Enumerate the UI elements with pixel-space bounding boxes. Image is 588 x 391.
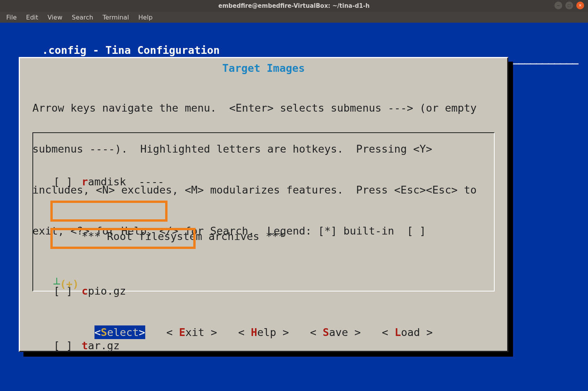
- window-controls: – □ ×: [554, 2, 584, 9]
- more-below-indicator: ┴(+): [53, 277, 79, 291]
- help-line: Arrow keys navigate the menu. <Enter> se…: [32, 101, 495, 115]
- option-cpio-gz[interactable]: [ ] cpio.gz: [53, 284, 492, 298]
- menu-help[interactable]: Help: [134, 12, 156, 22]
- close-icon[interactable]: ×: [576, 2, 584, 9]
- select-button[interactable]: <Select>: [94, 325, 145, 339]
- menu-view[interactable]: View: [44, 12, 66, 22]
- dialog-title: Target Images: [32, 61, 495, 75]
- terminal-area[interactable]: .config - Tina Configuration > Target Im…: [0, 23, 588, 391]
- menu-file[interactable]: File: [2, 12, 21, 22]
- option-list-box: [ ] ramdisk ---- *** Root filesystem arc…: [32, 132, 495, 291]
- app-menubar: File Edit View Search Terminal Help: [0, 12, 588, 23]
- maximize-icon[interactable]: □: [565, 2, 573, 9]
- window-title: embedfire@embedfire-VirtualBox: ~/tina-d…: [218, 2, 370, 9]
- exit-button[interactable]: < Exit >: [166, 325, 217, 339]
- save-button[interactable]: < Save >: [310, 325, 361, 339]
- window-titlebar: embedfire@embedfire-VirtualBox: ~/tina-d…: [0, 0, 588, 12]
- minimize-icon[interactable]: –: [554, 2, 562, 9]
- help-button[interactable]: < Help >: [238, 325, 289, 339]
- menuconfig-dialog: Target Images Arrow keys navigate the me…: [19, 57, 508, 352]
- dialog-button-row: <Select> < Exit > < Help > < Save > < Lo…: [32, 325, 495, 339]
- option-ramdisk[interactable]: [ ] ramdisk ----: [53, 175, 492, 188]
- menu-edit[interactable]: Edit: [22, 12, 42, 22]
- option-list[interactable]: [ ] ramdisk ---- *** Root filesystem arc…: [53, 134, 492, 391]
- option-tar-gz[interactable]: [ ] tar.gz: [53, 339, 492, 352]
- section-root-filesystem-archives: *** Root filesystem archives ***: [53, 229, 492, 243]
- menu-search[interactable]: Search: [68, 12, 97, 22]
- load-button[interactable]: < Load >: [382, 325, 433, 339]
- menu-terminal[interactable]: Terminal: [99, 12, 133, 22]
